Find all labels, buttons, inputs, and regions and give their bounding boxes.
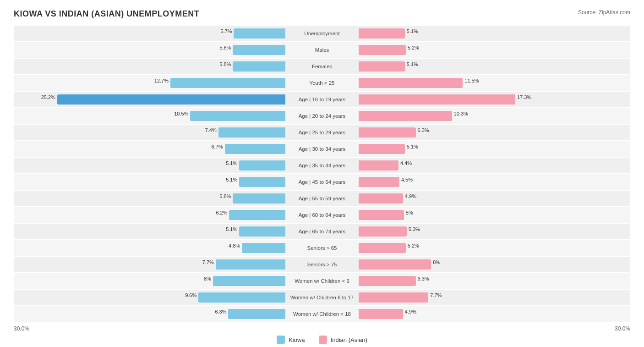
bar-center-label: Age | 25 to 29 years xyxy=(285,130,359,135)
chart-header: KIOWA VS INDIAN (ASIAN) UNEMPLOYMENT Sou… xyxy=(14,9,630,19)
kiowa-bar: 5.1% xyxy=(239,226,285,237)
indian-value: 6.3% xyxy=(418,276,429,281)
legend-indian: Indian (Asian) xyxy=(319,336,367,344)
bars-wrapper: 10.5% Age | 20 to 24 years 10.3% xyxy=(14,110,630,122)
kiowa-value: 12.7% xyxy=(154,78,169,83)
bar-center-label: Age | 35 to 44 years xyxy=(285,163,359,168)
chart-container: KIOWA VS INDIAN (ASIAN) UNEMPLOYMENT Sou… xyxy=(0,0,644,347)
left-section: 7.7% xyxy=(14,258,285,271)
kiowa-bar: 5.8% xyxy=(233,193,285,204)
right-section: 4.9% xyxy=(359,308,630,320)
kiowa-value: 10.5% xyxy=(174,111,188,116)
indian-bar: 5.3% xyxy=(359,226,407,237)
indian-value: 5.3% xyxy=(409,226,420,232)
indian-value: 4.9% xyxy=(405,193,416,199)
indian-value: 4.4% xyxy=(400,160,412,166)
kiowa-bar: 5.1% xyxy=(239,160,285,171)
bars-wrapper: 5.1% Age | 35 to 44 years 4.4% xyxy=(14,159,630,172)
indian-value: 5.1% xyxy=(407,61,418,67)
chart-title: KIOWA VS INDIAN (ASIAN) UNEMPLOYMENT xyxy=(14,9,199,19)
right-section: 7.7% xyxy=(359,291,630,304)
left-section: 5.1% xyxy=(14,225,285,238)
left-section: 5.7% xyxy=(14,27,285,40)
indian-value: 5% xyxy=(406,210,413,215)
indian-bar: 5.2% xyxy=(359,45,406,55)
axis-left-label: 30.0% xyxy=(14,325,29,332)
bar-center-label: Women w/ Children 6 to 17 xyxy=(285,295,359,300)
right-section: 6.3% xyxy=(359,275,630,287)
indian-bar: 4.9% xyxy=(359,309,403,319)
indian-bar: 4.4% xyxy=(359,160,398,171)
bars-wrapper: 5.7% Unemployment 5.1% xyxy=(14,27,630,40)
kiowa-bar: 7.7% xyxy=(216,259,285,270)
left-section: 5.1% xyxy=(14,176,285,188)
indian-bar: 4.9% xyxy=(359,193,403,204)
indian-value: 6.3% xyxy=(418,127,429,133)
kiowa-value: 6.2% xyxy=(216,210,227,215)
bar-center-label: Women w/ Children < 6 xyxy=(285,278,359,284)
kiowa-value: 5.1% xyxy=(226,226,237,232)
indian-value: 5.2% xyxy=(408,243,419,248)
legend-kiowa: Kiowa xyxy=(277,336,305,344)
left-section: 12.7% xyxy=(14,77,285,89)
bar-center-label: Unemployment xyxy=(285,31,359,36)
indian-bar: 17.3% xyxy=(359,94,515,105)
left-section: 5.8% xyxy=(14,192,285,205)
kiowa-value: 9.6% xyxy=(185,292,196,298)
bar-row: 9.6% Women w/ Children 6 to 17 7.7% xyxy=(14,290,630,305)
bar-row: 7.7% Seniors > 75 8% xyxy=(14,257,630,272)
kiowa-bar: 5.8% xyxy=(233,61,285,72)
bar-row: 5.1% Age | 45 to 54 years 4.5% xyxy=(14,174,630,190)
indian-bar: 10.3% xyxy=(359,111,452,121)
bar-row: 5.8% Age | 55 to 59 years 4.9% xyxy=(14,191,630,206)
bar-row: 5.8% Males 5.2% xyxy=(14,42,630,58)
left-section: 8% xyxy=(14,275,285,287)
indian-bar: 7.7% xyxy=(359,292,428,303)
bar-center-label: Age | 65 to 74 years xyxy=(285,229,359,234)
left-section: 4.8% xyxy=(14,242,285,254)
kiowa-bar: 6.2% xyxy=(229,210,285,220)
kiowa-bar: 4.8% xyxy=(242,243,285,253)
bars-wrapper: 5.1% Age | 65 to 74 years 5.3% xyxy=(14,225,630,238)
right-section: 5.3% xyxy=(359,225,630,238)
right-section: 5.1% xyxy=(359,143,630,155)
right-section: 17.3% xyxy=(359,93,630,106)
legend-indian-label: Indian (Asian) xyxy=(331,336,367,343)
kiowa-bar: 5.8% xyxy=(233,45,285,55)
right-section: 4.5% xyxy=(359,176,630,188)
left-section: 6.2% xyxy=(14,209,285,221)
indian-bar: 6.3% xyxy=(359,127,416,138)
kiowa-value: 5.7% xyxy=(220,28,232,34)
indian-bar: 5.1% xyxy=(359,144,405,154)
kiowa-bar: 5.7% xyxy=(234,28,285,39)
kiowa-bar: 7.4% xyxy=(218,127,285,138)
kiowa-value: 6.7% xyxy=(212,144,223,149)
chart-area: 5.7% Unemployment 5.1% 5.8% Males xyxy=(14,26,630,322)
chart-source: Source: ZipAtlas.com xyxy=(578,9,630,16)
bar-row: 6.2% Age | 60 to 64 years 5% xyxy=(14,207,630,223)
indian-value: 17.3% xyxy=(517,94,531,100)
right-section: 6.3% xyxy=(359,126,630,139)
indian-value: 5.2% xyxy=(408,45,419,50)
bar-row: 5.8% Females 5.1% xyxy=(14,59,630,74)
kiowa-bar: 5.1% xyxy=(239,177,285,187)
indian-value: 10.3% xyxy=(454,111,468,116)
bar-center-label: Seniors > 65 xyxy=(285,245,359,251)
indian-bar: 5.1% xyxy=(359,28,405,39)
bars-wrapper: 5.8% Females 5.1% xyxy=(14,60,630,73)
kiowa-bar: 6.3% xyxy=(228,309,285,319)
kiowa-bar: 25.2% xyxy=(57,94,285,105)
bar-row: 5.7% Unemployment 5.1% xyxy=(14,26,630,41)
bar-row: 10.5% Age | 20 to 24 years 10.3% xyxy=(14,108,630,124)
indian-value: 4.5% xyxy=(401,177,413,182)
legend-kiowa-label: Kiowa xyxy=(289,336,305,343)
left-section: 9.6% xyxy=(14,291,285,304)
bars-wrapper: 6.3% Women w/ Children < 18 4.9% xyxy=(14,308,630,320)
bar-row: 5.1% Age | 35 to 44 years 4.4% xyxy=(14,158,630,173)
bar-center-label: Age | 60 to 64 years xyxy=(285,212,359,218)
bar-center-label: Males xyxy=(285,47,359,53)
left-section: 5.8% xyxy=(14,60,285,73)
bar-center-label: Age | 30 to 34 years xyxy=(285,146,359,152)
kiowa-value: 25.2% xyxy=(41,94,55,100)
bar-center-label: Age | 45 to 54 years xyxy=(285,179,359,185)
